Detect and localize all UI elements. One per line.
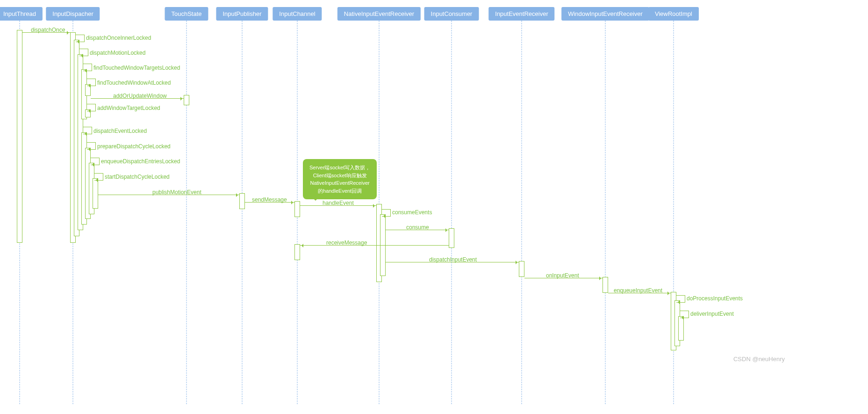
note-bubble: Server端socket写入数据， Client端socket响应触发 Nat… bbox=[303, 159, 377, 199]
activation-bar bbox=[93, 178, 98, 209]
message-label: handleEvent bbox=[323, 200, 354, 206]
message-label: findTouchedWindowTargetsLocked bbox=[93, 65, 180, 71]
message-label: prepareDispatchCycleLocked bbox=[97, 143, 171, 150]
participant-header: InputDispacher bbox=[46, 7, 100, 21]
message-label: dispatchEventLocked bbox=[93, 128, 147, 134]
activation-bar bbox=[184, 95, 189, 105]
activation-bar bbox=[449, 228, 454, 248]
lifeline bbox=[605, 21, 606, 404]
participant-header: ViewRootImpl bbox=[648, 7, 699, 21]
message-label: dispatchInputEvent bbox=[429, 256, 477, 263]
self-arrow bbox=[87, 104, 96, 111]
activation-bar bbox=[603, 277, 608, 293]
message-label: addWindowTargetLocked bbox=[97, 105, 160, 111]
note-line: 的handleEvent回调 bbox=[318, 188, 362, 194]
self-arrow bbox=[382, 209, 391, 217]
message-label: findTouchedWindowAtLocked bbox=[97, 80, 171, 86]
message-label: publishMotionEvent bbox=[152, 189, 201, 196]
self-arrow bbox=[94, 173, 103, 181]
self-arrow bbox=[87, 142, 96, 150]
message-label: onInputEvent bbox=[546, 272, 579, 279]
self-arrow bbox=[680, 311, 689, 318]
message-label: deliverInputEvent bbox=[690, 311, 734, 317]
self-arrow bbox=[79, 49, 88, 56]
activation-bar bbox=[519, 261, 524, 277]
lifeline bbox=[242, 21, 243, 404]
message-label: consume bbox=[406, 224, 429, 231]
lifeline bbox=[187, 21, 187, 404]
participant-header: WindowInputEventReceiver bbox=[561, 7, 649, 21]
participant-header: InputPublisher bbox=[216, 7, 268, 21]
self-arrow bbox=[87, 79, 96, 86]
note-line: NativeInputEventReceiver bbox=[310, 180, 370, 186]
message-label: doProcessInputEvents bbox=[687, 295, 743, 302]
activation-bar bbox=[239, 193, 245, 209]
lifeline bbox=[452, 21, 452, 404]
message-label: sendMessage bbox=[252, 196, 287, 203]
activation-bar bbox=[678, 316, 684, 341]
note-line: Server端socket写入数据， bbox=[309, 165, 370, 170]
message-label: enqueueInputEvent bbox=[614, 287, 662, 294]
message-label: consumeEvents bbox=[392, 209, 432, 216]
participant-header: InputConsumer bbox=[424, 7, 479, 21]
participant-header: TouchState bbox=[165, 7, 208, 21]
message-label: addOrUpdateWindow bbox=[113, 93, 167, 99]
note-line: Client端socket响应触发 bbox=[313, 173, 367, 178]
participant-header: InputEventReceiver bbox=[488, 7, 554, 21]
message-label: dispatchOnceInnerLocked bbox=[86, 35, 151, 41]
message-label: startDispatchCycleLocked bbox=[105, 174, 170, 180]
activation-bar bbox=[294, 201, 300, 217]
message-label: dispatchMotionLocked bbox=[90, 50, 145, 56]
self-arrow bbox=[83, 64, 92, 71]
self-arrow bbox=[676, 295, 685, 303]
watermark: CSDN @neuHenry bbox=[733, 356, 785, 363]
message-label: receiveMessage bbox=[326, 240, 367, 246]
activation-bar bbox=[17, 30, 22, 243]
participant-header: InputChannel bbox=[273, 7, 322, 21]
message-arrow bbox=[300, 245, 449, 246]
lifeline bbox=[522, 21, 522, 404]
self-arrow bbox=[76, 35, 85, 42]
message-label: dispatchOnce bbox=[31, 27, 65, 33]
message-label: enqueueDispatchEntriesLocked bbox=[101, 158, 180, 165]
self-arrow bbox=[83, 127, 92, 134]
participant-header: InputThread bbox=[0, 7, 43, 21]
self-arrow bbox=[91, 158, 100, 165]
participant-header: NativeInputEventReceiver bbox=[337, 7, 421, 21]
